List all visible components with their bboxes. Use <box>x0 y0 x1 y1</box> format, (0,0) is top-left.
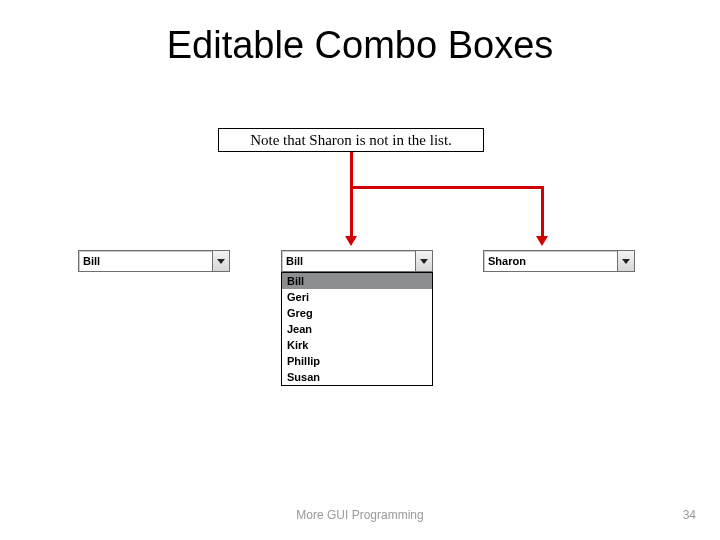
combo-box-right[interactable]: Sharon <box>483 250 635 272</box>
list-item[interactable]: Phillip <box>282 353 432 369</box>
list-item[interactable]: Susan <box>282 369 432 385</box>
page-number: 34 <box>683 508 696 522</box>
combo-dropdown-list[interactable]: Bill Geri Greg Jean Kirk Phillip Susan <box>281 272 433 386</box>
chevron-down-icon <box>420 259 428 264</box>
chevron-down-icon <box>217 259 225 264</box>
connector-line <box>350 152 353 188</box>
footer-label: More GUI Programming <box>0 508 720 522</box>
combo-input[interactable]: Bill <box>78 250 212 272</box>
connector-line <box>350 186 353 238</box>
connector-line <box>541 186 544 238</box>
combo-input[interactable]: Bill <box>281 250 415 272</box>
combo-dropdown-button[interactable] <box>617 250 635 272</box>
combo-box-left[interactable]: Bill <box>78 250 230 272</box>
combo-input[interactable]: Sharon <box>483 250 617 272</box>
combo-dropdown-button[interactable] <box>212 250 230 272</box>
combo-box-middle[interactable]: Bill <box>281 250 433 272</box>
connector-line <box>350 186 544 189</box>
list-item[interactable]: Kirk <box>282 337 432 353</box>
callout-note: Note that Sharon is not in the list. <box>218 128 484 152</box>
arrowhead-icon <box>345 236 357 246</box>
list-item[interactable]: Greg <box>282 305 432 321</box>
slide-title: Editable Combo Boxes <box>0 24 720 67</box>
arrowhead-icon <box>536 236 548 246</box>
list-item[interactable]: Geri <box>282 289 432 305</box>
chevron-down-icon <box>622 259 630 264</box>
list-item[interactable]: Bill <box>282 273 432 289</box>
combo-dropdown-button[interactable] <box>415 250 433 272</box>
list-item[interactable]: Jean <box>282 321 432 337</box>
